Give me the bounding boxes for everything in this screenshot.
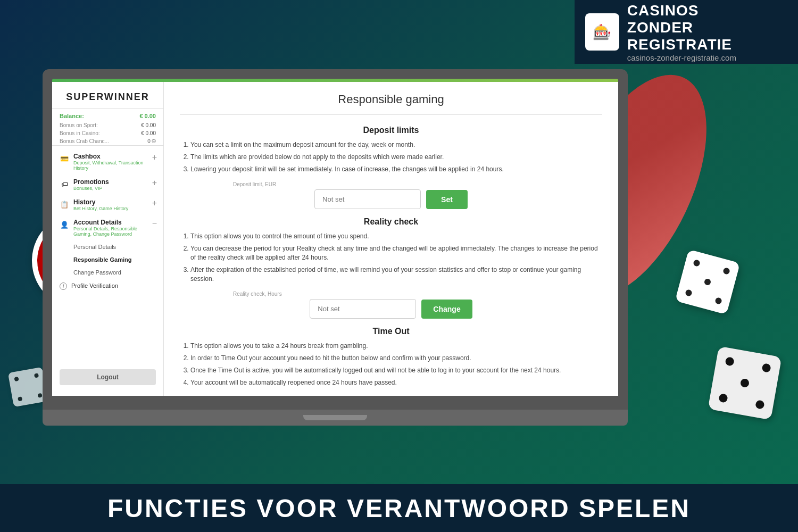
- stat-val-crab: 0 ©: [147, 138, 156, 144]
- submenu-personal-details[interactable]: Personal Details: [52, 240, 163, 253]
- menu-section: 💳 Cashbox Deposit, Withdrawal, Transacti…: [52, 145, 163, 297]
- timeout-rule-2: In order to Time Out your account you ne…: [190, 354, 602, 363]
- cashbox-expand-icon: +: [152, 153, 157, 162]
- dot-sm: [17, 396, 22, 401]
- laptop-base: [43, 410, 628, 426]
- dot: [685, 289, 693, 297]
- top-bar: 🎰 CASINOS ZONDER REGISTRATIE casinos-zon…: [575, 0, 798, 64]
- empty: [697, 289, 705, 297]
- cashbox-subtitle: Deposit, Withdrawal, Transaction History: [73, 160, 156, 171]
- stat-row-crab: Bonus Crab Chanc... 0 ©: [52, 137, 163, 145]
- logo-emoji: 🎰: [593, 23, 611, 41]
- profile-verification-label: Profile Verification: [71, 282, 156, 289]
- deposit-input-group: Deposit limit, EUR Set: [180, 181, 602, 209]
- deposit-rule-2: The limits which are provided below do n…: [190, 153, 602, 162]
- empty: [755, 377, 766, 387]
- stat-label-sport: Bonus on Sport:: [60, 122, 98, 128]
- menu-item-account[interactable]: 👤 Account Details Personal Details, Resp…: [52, 215, 163, 240]
- submenu-change-password[interactable]: Change Password: [52, 266, 163, 279]
- reality-rule-2: You can decrease the period for your Rea…: [190, 244, 602, 262]
- info-icon: i: [60, 282, 67, 290]
- timeout-rule-3: Once the Time Out is active, you will be…: [190, 366, 602, 375]
- dice-right-decoration: [675, 250, 740, 314]
- reality-rules-list: This option allows you to control the am…: [190, 232, 602, 283]
- menu-item-cashbox[interactable]: 💳 Cashbox Deposit, Withdrawal, Transacti…: [52, 149, 163, 174]
- menu-item-profile-verification[interactable]: i Profile Verification: [52, 279, 163, 294]
- dot-sm: [34, 373, 38, 378]
- history-title: History: [73, 198, 156, 206]
- stat-label-crab: Bonus Crab Chanc...: [60, 138, 109, 144]
- menu-item-history[interactable]: 📋 History Bet History, Game History +: [52, 195, 163, 215]
- promotions-subtitle: Bonuses, VIP: [73, 186, 156, 191]
- account-title: Account Details: [73, 219, 156, 226]
- bottom-banner: FUNCTIES VOOR VERANTWOORD SPELEN: [0, 484, 798, 532]
- main-content: Responsible gaming Deposit limits You ca…: [164, 82, 618, 396]
- deposit-rule-3: Lowering your deposit limit will be set …: [190, 165, 602, 174]
- dot-lg: [755, 400, 765, 410]
- promotions-title: Promotions: [73, 178, 156, 186]
- dice-bottom-left-decoration: [8, 367, 48, 407]
- laptop-wrapper: SUPERWINNER Balance: € 0.00 Bonus on Spo…: [43, 69, 628, 442]
- stat-val-casino: € 0.00: [141, 130, 156, 136]
- reality-input-group: Reality check, Hours Change: [180, 291, 602, 319]
- history-subtitle: Bet History, Game History: [73, 206, 156, 211]
- dot-sm: [14, 376, 19, 381]
- sidebar: SUPERWINNER Balance: € 0.00 Bonus on Spo…: [52, 82, 164, 396]
- laptop-bezel: SUPERWINNER Balance: € 0.00 Bonus on Spo…: [43, 69, 628, 410]
- deposit-set-button[interactable]: Set: [426, 190, 468, 209]
- stat-row-sport: Bonus on Sport: € 0.00: [52, 121, 163, 129]
- balance-row: Balance: € 0.00: [52, 109, 163, 121]
- page-title: Responsible gaming: [180, 93, 602, 115]
- menu-content-cashbox: Cashbox Deposit, Withdrawal, Transaction…: [73, 153, 156, 171]
- section-title-deposit: Deposit limits: [180, 126, 602, 135]
- menu-content-account: Account Details Personal Details, Respon…: [73, 219, 156, 237]
- dot-lg: [740, 378, 750, 388]
- stat-val-sport: € 0.00: [141, 122, 156, 128]
- menu-item-promotions[interactable]: 🏷 Promotions Bonuses, VIP +: [52, 174, 163, 195]
- history-expand-icon: +: [152, 198, 157, 208]
- stat-row-casino: Bonus in Casino: € 0.00: [52, 129, 163, 137]
- balance-label: Balance:: [60, 113, 84, 119]
- promotions-icon: 🏷: [60, 179, 69, 189]
- sidebar-brand: SUPERWINNER: [52, 82, 163, 109]
- dice-bottom-right-decoration: [708, 346, 782, 420]
- history-icon: 📋: [60, 200, 69, 209]
- casino-text: CASINOS ZONDER REGISTRATIE casinos-zonde…: [627, 2, 787, 62]
- empty: [21, 373, 26, 378]
- empty: [23, 383, 28, 387]
- empty: [734, 392, 744, 402]
- reality-change-button[interactable]: Change: [421, 300, 472, 319]
- dot-lg: [718, 393, 728, 403]
- menu-content-promotions: Promotions Bonuses, VIP: [73, 178, 156, 191]
- submenu-responsible-gaming[interactable]: Responsible Gaming: [52, 253, 163, 266]
- logout-area: Logout: [52, 364, 163, 390]
- menu-content-history: History Bet History, Game History: [73, 198, 156, 211]
- account-icon: 👤: [60, 220, 69, 229]
- empty: [13, 385, 18, 389]
- reality-check-input[interactable]: [310, 299, 416, 319]
- logout-button[interactable]: Logout: [60, 369, 156, 385]
- stat-label-casino: Bonus in Casino:: [60, 130, 100, 136]
- deposit-rule-1: You can set a limit on the maximum depos…: [190, 140, 602, 149]
- casino-logo: 🎰: [585, 13, 619, 51]
- empty: [716, 278, 724, 286]
- reality-input-label: Reality check, Hours: [233, 291, 282, 297]
- section-title-reality: Reality check: [180, 217, 602, 227]
- reality-input-row: Change: [310, 299, 472, 319]
- cashbox-icon: 💳: [60, 154, 69, 163]
- screen: SUPERWINNER Balance: € 0.00 Bonus on Spo…: [52, 82, 618, 396]
- empty: [740, 355, 750, 365]
- dot-lg: [725, 356, 735, 367]
- cashbox-title: Cashbox: [73, 153, 156, 160]
- deposit-limit-input[interactable]: [314, 189, 421, 209]
- reality-rule-3: After the expiration of the established …: [190, 265, 602, 284]
- account-collapse-icon: −: [152, 219, 157, 228]
- dot: [704, 278, 712, 286]
- brand-url: casinos-zonder-registratie.com: [627, 53, 787, 62]
- brand-line2: ZONDER REGISTRATIE: [627, 19, 787, 53]
- dot: [693, 259, 701, 267]
- empty: [719, 371, 729, 381]
- timeout-rule-1: This option allows you to take a 24 hour…: [190, 342, 602, 351]
- dot-lg: [761, 363, 771, 373]
- timeout-rule-4: Your account will be automatically reope…: [190, 378, 602, 387]
